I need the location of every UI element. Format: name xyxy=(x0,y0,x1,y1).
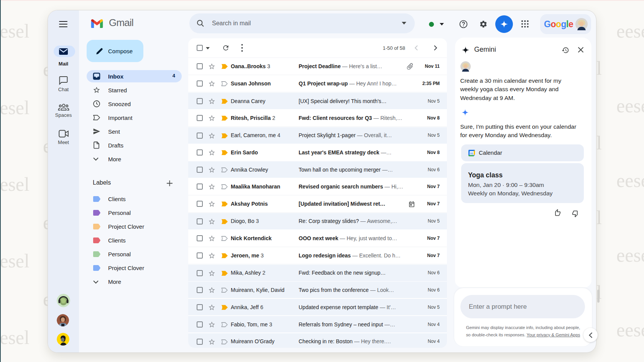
svg-text:31: 31 xyxy=(470,152,473,155)
